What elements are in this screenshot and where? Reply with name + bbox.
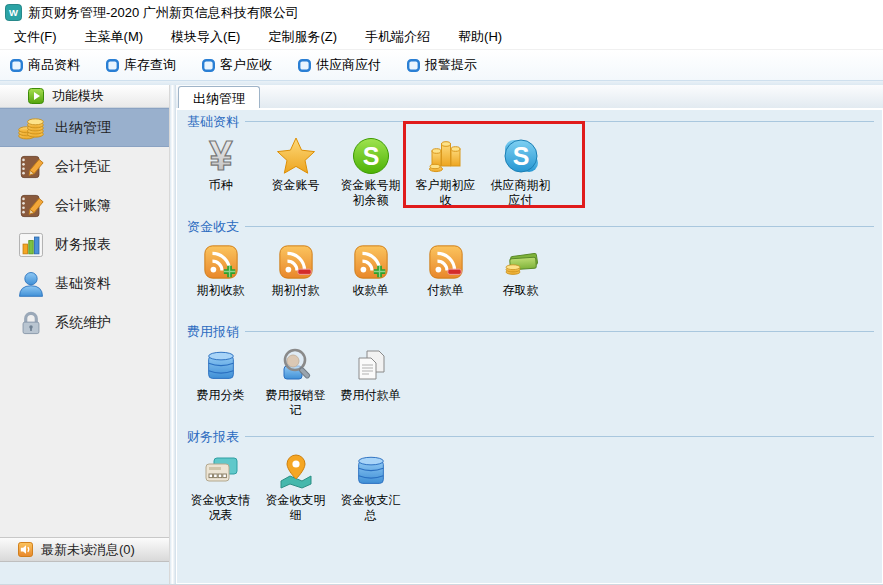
blue-square-icon bbox=[202, 59, 215, 72]
app-window: W 新页财务管理-2020 广州新页信息科技有限公司 文件(F) 主菜单(M) … bbox=[0, 0, 883, 585]
module-fund-account[interactable]: 资金账号 bbox=[258, 134, 333, 208]
menu-mobile-intro[interactable]: 手机端介绍 bbox=[351, 25, 444, 49]
module-fund-flow-summary[interactable]: 资金收支汇总 bbox=[333, 449, 408, 523]
cash-icon bbox=[483, 239, 558, 281]
sidebar-item-label: 会计凭证 bbox=[55, 158, 111, 176]
title-bar: W 新页财务管理-2020 广州新页信息科技有限公司 bbox=[0, 0, 883, 25]
module-label: 客户期初应收 bbox=[414, 178, 478, 208]
menu-main[interactable]: 主菜单(M) bbox=[71, 25, 158, 49]
green-play-icon bbox=[28, 88, 44, 104]
notebook-pencil-icon bbox=[16, 191, 46, 221]
toolbar-label: 库存查询 bbox=[124, 56, 176, 74]
section-title: 基础资料 bbox=[187, 113, 239, 131]
section-divider bbox=[245, 226, 874, 227]
module-label: 费用付款单 bbox=[339, 388, 403, 403]
database-icon bbox=[183, 344, 258, 386]
star-icon bbox=[258, 134, 333, 176]
section-fund-flow: 资金收支 bbox=[183, 218, 878, 323]
menu-custom-service[interactable]: 定制服务(Z) bbox=[254, 25, 351, 49]
module-opening-payments[interactable]: 期初付款 bbox=[258, 239, 333, 298]
toolbar-inventory-query[interactable]: 库存查询 bbox=[106, 56, 176, 74]
menu-help[interactable]: 帮助(H) bbox=[444, 25, 516, 49]
sidebar-item-financial-reports[interactable]: 财务报表 bbox=[0, 225, 169, 264]
notebook-pencil-icon bbox=[16, 152, 46, 182]
gold-coins-icon bbox=[16, 113, 46, 143]
module-label: 费用报销登记 bbox=[264, 388, 328, 418]
section-divider bbox=[245, 436, 874, 437]
module-label: 存取款 bbox=[489, 283, 553, 298]
toolbar-supplier-payable[interactable]: 供应商应付 bbox=[298, 56, 381, 74]
yen-icon: ¥ bbox=[183, 134, 258, 176]
magnifier-person-icon bbox=[258, 344, 333, 386]
module-deposit-withdrawal[interactable]: 存取款 bbox=[483, 239, 558, 298]
workspace: 功能模块 出纳管理 bbox=[0, 85, 883, 584]
person-icon bbox=[16, 269, 46, 299]
sidebar-item-vouchers[interactable]: 会计凭证 bbox=[0, 147, 169, 186]
toolbar-customer-receivable[interactable]: 客户应收 bbox=[202, 56, 272, 74]
module-label: 资金账号 bbox=[264, 178, 328, 193]
sidebar-spacer bbox=[0, 342, 169, 537]
map-pin-icon bbox=[258, 449, 333, 491]
menu-file[interactable]: 文件(F) bbox=[0, 25, 71, 49]
module-currency[interactable]: ¥ 币种 bbox=[183, 134, 258, 208]
module-label: 供应商期初应付 bbox=[489, 178, 553, 208]
module-label: 收款单 bbox=[339, 283, 403, 298]
section-divider bbox=[245, 331, 874, 332]
sidebar-header[interactable]: 功能模块 bbox=[0, 85, 169, 108]
module-payment-voucher[interactable]: 付款单 bbox=[408, 239, 483, 298]
documents-icon bbox=[333, 344, 408, 386]
module-receipt-voucher[interactable]: 收款单 bbox=[333, 239, 408, 298]
module-label: 付款单 bbox=[414, 283, 478, 298]
toolbar-goods-info[interactable]: 商品资料 bbox=[10, 56, 80, 74]
sidebar: 功能模块 出纳管理 bbox=[0, 85, 170, 584]
sidebar-item-label: 会计账簿 bbox=[55, 197, 111, 215]
blue-square-icon bbox=[106, 59, 119, 72]
module-label: 币种 bbox=[189, 178, 253, 193]
toolbar-label: 供应商应付 bbox=[316, 56, 381, 74]
menu-module-import[interactable]: 模块导入(E) bbox=[157, 25, 254, 49]
sidebar-item-label: 系统维护 bbox=[55, 314, 111, 332]
rss-minus-icon bbox=[258, 239, 333, 281]
module-fund-account-opening-balance[interactable]: S 资金账号期初余额 bbox=[333, 134, 408, 208]
speaker-icon bbox=[18, 542, 33, 557]
sidebar-item-ledgers[interactable]: 会计账簿 bbox=[0, 186, 169, 225]
main-panel: 出纳管理 基础资料 ¥ 币种 bbox=[176, 85, 883, 584]
module-label: 资金收支明细 bbox=[264, 493, 328, 523]
toolbar-label: 报警提示 bbox=[425, 56, 477, 74]
module-label: 期初收款 bbox=[189, 283, 253, 298]
module-expense-category[interactable]: 费用分类 bbox=[183, 344, 258, 418]
module-opening-receipts[interactable]: 期初收款 bbox=[183, 239, 258, 298]
cashier-content: 基础资料 ¥ 币种 bbox=[176, 108, 883, 584]
module-expense-reimbursement-register[interactable]: 费用报销登记 bbox=[258, 344, 333, 418]
module-label: 资金收支情况表 bbox=[189, 493, 253, 523]
module-expense-payment-voucher[interactable]: 费用付款单 bbox=[333, 344, 408, 418]
sidebar-item-cashier[interactable]: 出纳管理 bbox=[0, 108, 169, 147]
sidebar-item-label: 出纳管理 bbox=[55, 119, 111, 137]
module-fund-flow-statement[interactable]: 资金收支情况表 bbox=[183, 449, 258, 523]
blue-square-icon bbox=[407, 59, 420, 72]
skype-blue-icon: S bbox=[483, 134, 558, 176]
sidebar-item-label: 财务报表 bbox=[55, 236, 111, 254]
toolbar-alert-reminder[interactable]: 报警提示 bbox=[407, 56, 477, 74]
sidebar-item-system-maintenance[interactable]: 系统维护 bbox=[0, 303, 169, 342]
section-title: 财务报表 bbox=[187, 428, 239, 446]
toolbar-label: 商品资料 bbox=[28, 56, 80, 74]
module-supplier-opening-payable[interactable]: S 供应商期初应付 bbox=[483, 134, 558, 208]
module-label: 资金账号期初余额 bbox=[339, 178, 403, 208]
svg-text:S: S bbox=[512, 142, 529, 170]
module-customer-opening-receivable[interactable]: 客户期初应收 bbox=[408, 134, 483, 208]
window-title: 新页财务管理-2020 广州新页信息科技有限公司 bbox=[28, 4, 299, 22]
rss-plus-icon bbox=[183, 239, 258, 281]
module-label: 费用分类 bbox=[189, 388, 253, 403]
rss-minus-icon bbox=[408, 239, 483, 281]
section-title: 资金收支 bbox=[187, 218, 239, 236]
module-fund-flow-detail[interactable]: 资金收支明细 bbox=[258, 449, 333, 523]
section-financial-reports: 财务报表 bbox=[183, 428, 878, 533]
tab-cashier[interactable]: 出纳管理 bbox=[178, 86, 260, 108]
module-label: 资金收支汇总 bbox=[339, 493, 403, 523]
report-card-icon bbox=[183, 449, 258, 491]
sidebar-item-base-data[interactable]: 基础资料 bbox=[0, 264, 169, 303]
unread-messages-label: 最新未读消息(0) bbox=[41, 541, 135, 559]
section-divider bbox=[245, 121, 874, 122]
sidebar-unread-messages[interactable]: 最新未读消息(0) bbox=[0, 537, 169, 562]
